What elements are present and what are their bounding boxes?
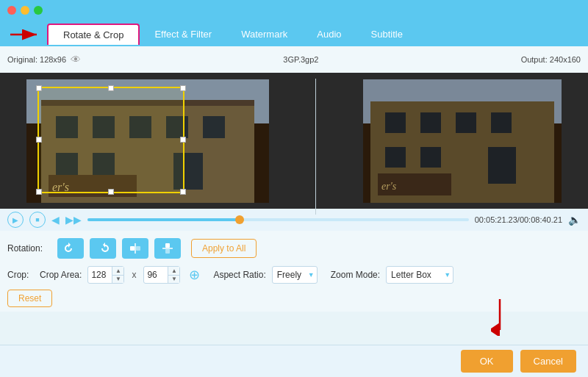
flip-horizontal-button[interactable] bbox=[122, 238, 148, 259]
play-button[interactable]: ▶ bbox=[7, 212, 24, 228]
flip-vertical-button[interactable] bbox=[154, 238, 181, 259]
crop-row: Crop: Crop Area: ▲ ▼ x ▲ ▼ ⊕ Aspect Rati… bbox=[7, 266, 581, 284]
crop-height-down[interactable]: ▼ bbox=[168, 276, 179, 284]
video-divider bbox=[315, 79, 316, 215]
tab-bar: Rotate & Crop Effect & Filter Watermark … bbox=[0, 21, 588, 46]
svg-rect-22 bbox=[491, 112, 512, 133]
reset-button[interactable]: Reset bbox=[7, 290, 52, 307]
visibility-icon[interactable]: 👁 bbox=[71, 54, 81, 65]
svg-rect-23 bbox=[385, 147, 406, 168]
tab-effect-filter[interactable]: Effect & Filter bbox=[140, 24, 226, 44]
tab-watermark[interactable]: Watermark bbox=[226, 24, 302, 44]
aspect-ratio-select[interactable]: Freely 16:9 4:3 1:1 bbox=[272, 266, 318, 284]
svg-rect-32 bbox=[165, 249, 170, 254]
crop-area-label: Crop Area: bbox=[40, 270, 82, 280]
aspect-ratio-label: Aspect Ratio: bbox=[213, 270, 265, 280]
crop-width-wrap: ▲ ▼ bbox=[87, 266, 124, 284]
svg-rect-29 bbox=[136, 246, 140, 251]
next-frame-button[interactable]: ▶▶ bbox=[65, 215, 82, 225]
crop-handle-tm[interactable] bbox=[108, 85, 114, 91]
crop-width-down[interactable]: ▼ bbox=[112, 276, 123, 284]
crop-handle-bl[interactable] bbox=[36, 189, 42, 195]
ok-button[interactable]: OK bbox=[461, 350, 513, 373]
crop-handle-ml[interactable] bbox=[36, 137, 42, 143]
progress-fill bbox=[87, 218, 240, 221]
cancel-button[interactable]: Cancel bbox=[520, 350, 576, 373]
zoom-mode-wrap: Letter Box Pan & Scan Full ▼ bbox=[386, 266, 453, 284]
crop-width-spinner: ▲ ▼ bbox=[112, 267, 123, 283]
video-preview-right: er's bbox=[363, 79, 562, 203]
crop-handle-br[interactable] bbox=[180, 189, 186, 195]
svg-rect-25 bbox=[488, 147, 516, 184]
minimize-button[interactable] bbox=[21, 6, 29, 15]
main-content: Original: 128x96 👁 3GP.3gp2 Output: 240x… bbox=[0, 46, 588, 73]
crop-height-spinner: ▲ ▼ bbox=[168, 267, 179, 283]
center-crop-icon[interactable]: ⊕ bbox=[189, 267, 200, 283]
rotate-ccw-button[interactable] bbox=[57, 238, 84, 259]
playback-controls: ▶ ■ ◀ ▶▶ 00:05:21.23/00:08:40.21 🔈 bbox=[0, 209, 588, 231]
svg-rect-20 bbox=[420, 112, 441, 133]
bottom-bar: OK Cancel bbox=[0, 345, 588, 377]
title-bar bbox=[0, 0, 588, 21]
progress-thumb[interactable] bbox=[235, 215, 244, 224]
crop-height-up[interactable]: ▲ bbox=[168, 267, 179, 276]
aspect-ratio-wrap: Freely 16:9 4:3 1:1 ▼ bbox=[272, 266, 318, 284]
zoom-mode-label: Zoom Mode: bbox=[331, 270, 380, 280]
crop-overlay[interactable] bbox=[37, 87, 184, 193]
svg-rect-19 bbox=[385, 112, 406, 133]
crop-handle-tr[interactable] bbox=[180, 85, 186, 91]
crop-label: Crop: bbox=[7, 270, 34, 280]
output-size: Output: 240x160 bbox=[521, 55, 581, 64]
svg-text:er's: er's bbox=[381, 181, 397, 192]
crop-handle-mr[interactable] bbox=[180, 137, 186, 143]
tab-audio[interactable]: Audio bbox=[302, 24, 356, 44]
svg-rect-21 bbox=[456, 112, 476, 133]
crop-handle-bm[interactable] bbox=[108, 189, 114, 195]
svg-rect-28 bbox=[130, 246, 135, 251]
info-bar: Original: 128x96 👁 3GP.3gp2 Output: 240x… bbox=[7, 51, 581, 68]
video-area: er's bbox=[0, 73, 588, 209]
filename: 3GP.3gp2 bbox=[283, 55, 318, 64]
stop-button[interactable]: ■ bbox=[29, 212, 46, 228]
rotation-label: Rotation: bbox=[7, 243, 51, 254]
svg-rect-31 bbox=[165, 243, 170, 248]
crop-handle-tl[interactable] bbox=[36, 85, 42, 91]
rotate-cw-button[interactable] bbox=[90, 238, 116, 259]
tab-rotate-crop[interactable]: Rotate & Crop bbox=[47, 24, 140, 45]
time-display: 00:05:21.23/00:08:40.21 bbox=[475, 215, 562, 224]
crop-height-wrap: ▲ ▼ bbox=[143, 266, 180, 284]
prev-frame-button[interactable]: ◀ bbox=[51, 215, 60, 225]
svg-rect-9 bbox=[203, 116, 225, 138]
traffic-lights bbox=[7, 6, 43, 15]
crop-width-up[interactable]: ▲ bbox=[112, 267, 123, 276]
progress-bar[interactable] bbox=[87, 218, 469, 221]
maximize-button[interactable] bbox=[34, 6, 43, 15]
apply-to-all-button[interactable]: Apply to All bbox=[191, 239, 257, 258]
ok-arrow-annotation bbox=[491, 299, 509, 336]
svg-rect-24 bbox=[420, 147, 441, 168]
video-preview-left: er's bbox=[26, 79, 269, 203]
tab-subtitle[interactable]: Subtitle bbox=[356, 24, 417, 44]
arrow-annotation bbox=[7, 27, 43, 42]
x-separator: x bbox=[130, 270, 137, 280]
video-frame-right: er's bbox=[363, 79, 562, 203]
zoom-mode-select[interactable]: Letter Box Pan & Scan Full bbox=[386, 266, 453, 284]
volume-icon[interactable]: 🔈 bbox=[568, 214, 581, 226]
rotation-row: Rotation: Apply to All bbox=[7, 238, 581, 259]
original-size: Original: 128x96 bbox=[7, 55, 66, 64]
close-button[interactable] bbox=[7, 6, 16, 15]
